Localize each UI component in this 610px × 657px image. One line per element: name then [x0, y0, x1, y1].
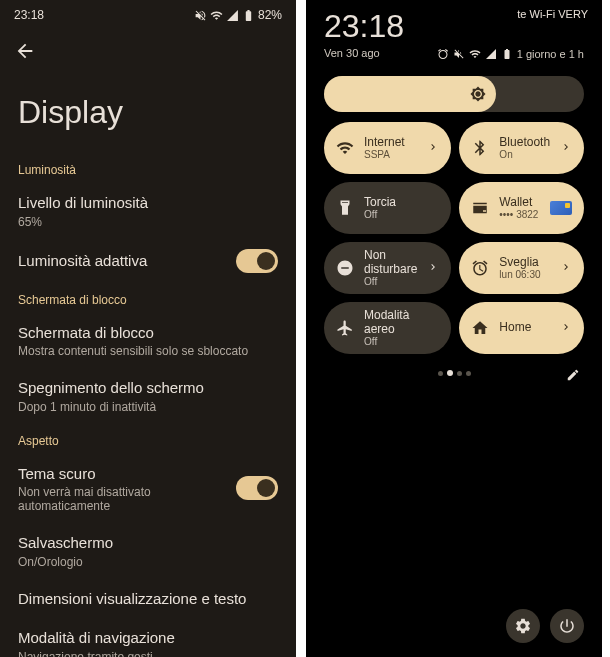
dot: [457, 371, 462, 376]
section-lockscreen: Schermata di blocco: [0, 283, 296, 313]
tile-title: Bluetooth: [499, 136, 550, 149]
tile-title: Wallet: [499, 196, 540, 209]
settings-button[interactable]: [506, 609, 540, 643]
tile-sub: Off: [364, 209, 439, 220]
card-thumbnail: [550, 201, 572, 215]
quick-settings-screen: te Wi-Fi VERY 23:18 Ven 30 ago 1 giorno …: [306, 0, 602, 657]
setting-title: Modalità di navigazione: [18, 628, 278, 648]
qs-date: Ven 30 ago: [324, 47, 380, 59]
tile-sub: lun 06:30: [499, 269, 550, 280]
tile-airplane[interactable]: Modalità aereo Off: [324, 302, 451, 354]
qs-status-icons: 1 giorno e 1 h: [437, 48, 584, 60]
setting-title: Dimensioni visualizzazione e testo: [18, 589, 278, 609]
battery-text: 82%: [258, 8, 282, 22]
chevron-right-icon: [560, 321, 572, 333]
brightness-icon: [470, 86, 486, 102]
setting-adaptive-brightness[interactable]: Luminosità adattiva: [0, 239, 296, 283]
tile-title: Torcia: [364, 196, 439, 209]
signal-icon: [226, 9, 239, 22]
setting-sub: On/Orologio: [18, 555, 278, 569]
wifi-icon: [469, 48, 481, 60]
tile-sub: On: [499, 149, 550, 160]
tile-title: Sveglia: [499, 256, 550, 269]
alarm-icon: [471, 259, 489, 277]
setting-title: Tema scuro: [18, 464, 236, 484]
status-time: 23:18: [14, 8, 44, 22]
wifi-icon: [336, 139, 354, 157]
tile-title: Non disturbare: [364, 249, 417, 275]
setting-nav-mode[interactable]: Modalità di navigazione Navigazione tram…: [0, 618, 296, 657]
bluetooth-icon: [471, 139, 489, 157]
chevron-right-icon: [427, 141, 439, 153]
tile-title: Internet: [364, 136, 417, 149]
tile-bluetooth[interactable]: Bluetooth On: [459, 122, 584, 174]
setting-screensaver[interactable]: Salvaschermo On/Orologio: [0, 523, 296, 579]
setting-sub: Non verrà mai disattivato automaticament…: [18, 485, 236, 513]
back-button[interactable]: [0, 24, 296, 66]
home-icon: [471, 319, 489, 337]
battery-info: 1 giorno e 1 h: [517, 48, 584, 60]
status-bar: 23:18 82%: [0, 0, 296, 24]
setting-title: Salvaschermo: [18, 533, 278, 553]
qs-tiles: Internet SSPA Bluetooth On Torcia Off Wa…: [306, 122, 602, 354]
tile-dnd[interactable]: Non disturbare Off: [324, 242, 451, 294]
edit-tiles-button[interactable]: [566, 368, 580, 386]
alarm-icon: [437, 48, 449, 60]
flashlight-icon: [336, 199, 354, 217]
mute-icon: [453, 48, 465, 60]
dot: [438, 371, 443, 376]
mute-icon: [194, 9, 207, 22]
dnd-icon: [336, 259, 354, 277]
brightness-slider[interactable]: [324, 76, 584, 112]
gear-icon: [514, 617, 532, 635]
pencil-icon: [566, 368, 580, 382]
setting-dark-theme[interactable]: Tema scuro Non verrà mai disattivato aut…: [0, 454, 296, 524]
battery-icon: [501, 48, 513, 60]
tile-alarm[interactable]: Sveglia lun 06:30: [459, 242, 584, 294]
tile-sub: •••• 3822: [499, 209, 540, 220]
tile-flashlight[interactable]: Torcia Off: [324, 182, 451, 234]
setting-brightness-level[interactable]: Livello di luminosità 65%: [0, 183, 296, 239]
carrier-label: te Wi-Fi VERY: [517, 8, 588, 20]
setting-title: Luminosità adattiva: [18, 251, 236, 271]
wifi-icon: [210, 9, 223, 22]
section-brightness: Luminosità: [0, 153, 296, 183]
status-icons: 82%: [194, 8, 282, 22]
bottom-buttons: [506, 609, 584, 643]
section-appearance: Aspetto: [0, 424, 296, 454]
tile-sub: SSPA: [364, 149, 417, 160]
toggle-adaptive-brightness[interactable]: [236, 249, 278, 273]
battery-icon: [242, 9, 255, 22]
setting-title: Spegnimento dello schermo: [18, 378, 278, 398]
power-icon: [558, 617, 576, 635]
toggle-dark-theme[interactable]: [236, 476, 278, 500]
tile-title: Home: [499, 321, 550, 334]
dot: [466, 371, 471, 376]
tile-sub: Off: [364, 336, 439, 347]
page-indicator: [306, 370, 602, 376]
wallet-icon: [471, 199, 489, 217]
setting-display-size[interactable]: Dimensioni visualizzazione e testo: [0, 579, 296, 619]
power-button[interactable]: [550, 609, 584, 643]
chevron-right-icon: [560, 261, 572, 273]
chevron-right-icon: [427, 261, 439, 273]
setting-sub: Mostra contenuti sensibili solo se sbloc…: [18, 344, 278, 358]
settings-screen: 23:18 82% Display Luminosità Livello di …: [0, 0, 296, 657]
signal-icon: [485, 48, 497, 60]
setting-title: Schermata di blocco: [18, 323, 278, 343]
tile-wallet[interactable]: Wallet •••• 3822: [459, 182, 584, 234]
tile-home[interactable]: Home: [459, 302, 584, 354]
tile-internet[interactable]: Internet SSPA: [324, 122, 451, 174]
tile-sub: Off: [364, 276, 417, 287]
setting-screen-timeout[interactable]: Spegnimento dello schermo Dopo 1 minuto …: [0, 368, 296, 424]
airplane-icon: [336, 319, 354, 337]
setting-sub: Dopo 1 minuto di inattività: [18, 400, 278, 414]
tile-title: Modalità aereo: [364, 309, 439, 335]
setting-sub: 65%: [18, 215, 278, 229]
chevron-right-icon: [560, 141, 572, 153]
setting-title: Livello di luminosità: [18, 193, 278, 213]
page-title: Display: [0, 66, 296, 153]
setting-lockscreen[interactable]: Schermata di blocco Mostra contenuti sen…: [0, 313, 296, 369]
dot-active: [447, 370, 453, 376]
setting-sub: Navigazione tramite gesti: [18, 650, 278, 658]
